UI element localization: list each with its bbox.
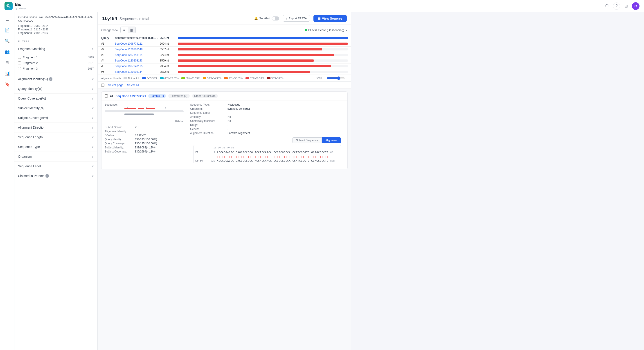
range7-label: 99%-100%	[271, 77, 284, 80]
sidebar-icon-users[interactable]: 👥	[3, 47, 12, 56]
query-section: GCTCCGGTGCCCGTCAGTGGGCAGAGCGCACATCGCCCAC…	[14, 12, 98, 37]
seq-name-6: Seq Code 1120208144	[115, 70, 160, 73]
main-content: 10,484 Sequences in total 🔔 Set Alert ↓ …	[98, 12, 351, 350]
sequence-label-chevron: ∨	[92, 164, 94, 168]
subject-coverage-chevron: ∨	[92, 116, 94, 120]
sidebar-icon-chart[interactable]: 📊	[3, 69, 12, 78]
ruler-text: 10 20 30 40 50	[213, 146, 234, 149]
alignment-tab[interactable]: Alignment	[322, 137, 341, 143]
subject-identity-header[interactable]: Subject Identity(%) ∨	[14, 103, 98, 113]
sidebar-icon-bookmark[interactable]: 🔖	[3, 80, 12, 89]
select-page-checkbox[interactable]	[101, 84, 104, 87]
query-identity-header[interactable]: Query Identity(%) ∨	[14, 84, 98, 94]
organism-chevron: ∨	[92, 155, 94, 158]
help-icon[interactable]: ?	[613, 3, 620, 10]
app-logo: Bio by patsnap	[4, 2, 26, 10]
user-avatar[interactable]: C	[632, 2, 640, 10]
f1-end: 60	[330, 151, 339, 154]
table-row[interactable]: #6 Seq Code 1120208144 3572 nt	[98, 69, 351, 75]
scale-minus[interactable]: −	[324, 77, 326, 80]
query-coverage-label: Query Coverage:	[105, 142, 134, 145]
subject-sequence-tab[interactable]: Subject Sequence	[292, 137, 322, 143]
list-view-btn[interactable]: ≡	[120, 27, 128, 33]
query-identity-value: 333/333(100.00%)	[135, 138, 157, 141]
select-all-link[interactable]: Select all	[127, 83, 139, 87]
seq-viz-track: 1 2 3	[105, 107, 184, 119]
rank-4: #4	[101, 59, 115, 62]
organism-row: Organism: synthetic construct	[190, 107, 344, 110]
fragment-2-checkbox[interactable]	[18, 62, 21, 64]
table-row[interactable]: #2 Seq Code 1120208148 3557 nt	[98, 47, 351, 52]
view-sources-button[interactable]: ⊞ View Sources	[314, 15, 347, 22]
sidebar-icon-menu[interactable]: ☰	[3, 15, 12, 24]
chem-mod-value: No	[228, 119, 231, 123]
sequence-type-header[interactable]: Sequence Type ∨	[14, 142, 98, 152]
sequence-label-header[interactable]: Sequence Label ∨	[14, 161, 98, 171]
organism-header[interactable]: Organism ∨	[14, 152, 98, 161]
range5-swatch	[224, 77, 228, 79]
fragment-3-checkbox[interactable]	[18, 67, 21, 70]
app-name: Bio	[15, 2, 26, 7]
logo-mark	[4, 2, 12, 10]
fragment-1-checkbox[interactable]	[18, 56, 21, 59]
align-dir-row: Alignment Direction: Forward Alignment	[190, 132, 344, 135]
select-page-link[interactable]: Select page	[108, 83, 124, 87]
drugs-row: Drugs: -	[190, 123, 344, 127]
timer-icon[interactable]: ⏱	[604, 3, 611, 10]
query-coverage-header[interactable]: Query Coverage(%) ∨	[14, 94, 98, 103]
sidebar-icon-search[interactable]: 🔍	[3, 37, 12, 46]
legend-range5: 95%-96.99%	[224, 77, 243, 80]
alignment-direction-header[interactable]: Alignment Direction ∨	[14, 123, 98, 132]
chem-mod-row: Chemically Modified: No	[190, 119, 344, 123]
scale-label: Scale	[316, 77, 322, 80]
rank-1: #1	[101, 42, 115, 45]
seq-type-value: Nucleotide	[228, 103, 240, 106]
query-bar-container	[178, 37, 348, 39]
seq-viz-label: Sequence:	[105, 103, 184, 106]
fragment-2-label[interactable]: Fragment 2	[18, 61, 38, 65]
sidebar-icon-doc[interactable]: 📄	[3, 26, 12, 35]
query-bar	[178, 37, 348, 39]
claimed-in-patents-header[interactable]: Claimed in Patents i ∨	[14, 171, 98, 181]
set-alert-toggle[interactable]	[272, 17, 279, 21]
table-row[interactable]: #4 Seq Code 1120208143 3569 nt	[98, 58, 351, 64]
other-sources-badge-1[interactable]: Other Sources (0)	[192, 94, 218, 98]
table-row[interactable]: #3 Seq Code 1017643114 2274 nt	[98, 52, 351, 58]
sequence-length-header[interactable]: Sequence Length ∨	[14, 132, 98, 142]
match-sequence: |||||||||| |||||||||| |||||||||| |||||||…	[217, 155, 328, 158]
subject-identity-row: Subject Identity: 333/8082(4.12%)	[105, 146, 184, 149]
export-label: Export FASTA	[288, 17, 307, 20]
patents-badge-1[interactable]: Patents (1)	[148, 94, 166, 98]
literatures-badge-1[interactable]: Literatures (0)	[168, 94, 190, 98]
claimed-patents-chevron: ∨	[92, 174, 94, 178]
seq-track-bg	[105, 110, 184, 112]
query-label: Query	[101, 37, 115, 40]
result-seq-link-1[interactable]: Seq Code 1098774121	[116, 94, 146, 98]
table-row[interactable]: #5 Seq Code 1017643115 2304 nt	[98, 64, 351, 69]
grid-icon[interactable]: ⊞	[622, 3, 630, 10]
subject-coverage-header[interactable]: Subject Coverage(%) ∨	[14, 113, 98, 123]
sort-selector[interactable]: BLAST Score (Descending) ∨	[305, 28, 348, 32]
result-card-1-checkbox[interactable]	[105, 94, 108, 98]
alignment-identity-header[interactable]: Alignment Identity(%) i ∨	[14, 74, 98, 84]
result-rank-1: #1	[110, 94, 113, 98]
fragment-3-label[interactable]: Fragment 3	[18, 67, 38, 70]
query-coverage-chevron: ∨	[92, 97, 94, 100]
legend-range1: 0-59.99%	[142, 77, 157, 80]
set-alert-button[interactable]: 🔔 Set Alert	[254, 17, 279, 21]
export-fasta-button[interactable]: ↓ Export FASTA	[283, 15, 310, 22]
scale-plus[interactable]: +	[346, 77, 348, 80]
drugs-label: Drugs:	[190, 123, 226, 127]
seq-name-5: Seq Code 1017643115	[115, 65, 160, 68]
sequence-visualization: Sequence: 1 2 3	[105, 103, 184, 123]
fragment-1-label[interactable]: Fragment 1	[18, 56, 38, 59]
evalue-label: E-Value:	[105, 134, 134, 137]
grid-view-btn[interactable]: ▦	[128, 27, 136, 33]
scale-slider[interactable]	[327, 76, 345, 80]
sidebar-icon-grid[interactable]: ⊞	[3, 58, 12, 67]
claimed-in-patents-title: Claimed in Patents	[18, 174, 44, 178]
nt-4: 3569 nt	[160, 59, 178, 62]
table-row[interactable]: #1 Seq Code 1098774121 2694 nt	[98, 41, 351, 47]
organism-meta-value: synthetic construct	[228, 107, 250, 110]
fragment-matching-header[interactable]: Fragment Matching ∧	[14, 44, 98, 54]
